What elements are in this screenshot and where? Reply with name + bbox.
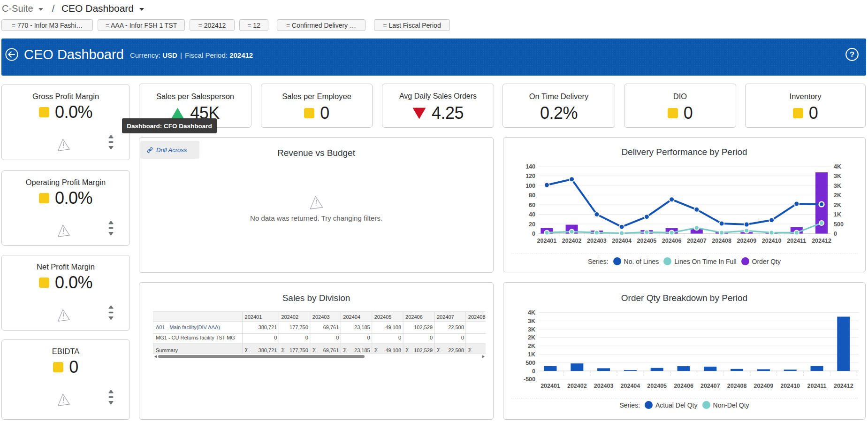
svg-text:102,529: 102,529 — [414, 347, 433, 353]
svg-text:202411: 202411 — [787, 238, 806, 244]
svg-text:Σ: Σ — [437, 347, 441, 354]
svg-text:202412: 202412 — [834, 383, 853, 389]
svg-text:202403: 202403 — [594, 383, 614, 389]
svg-text:3K: 3K — [834, 173, 841, 179]
svg-text:22,508: 22,508 — [448, 324, 464, 330]
svg-text:3K: 3K — [528, 318, 535, 324]
svg-text:202406: 202406 — [405, 314, 423, 320]
svg-text:202402: 202402 — [281, 314, 298, 320]
svg-text:20: 20 — [529, 221, 535, 228]
svg-text:0: 0 — [398, 335, 401, 340]
svg-text:3K: 3K — [528, 326, 535, 333]
svg-text:?: ? — [850, 50, 854, 59]
svg-text:202408: 202408 — [727, 383, 747, 389]
svg-text:4K: 4K — [834, 163, 841, 170]
svg-text:0: 0 — [461, 335, 464, 340]
svg-text:1K: 1K — [528, 351, 535, 358]
svg-text:202407: 202407 — [437, 314, 454, 320]
svg-text:4K: 4K — [528, 309, 535, 316]
svg-text:202407: 202407 — [700, 383, 720, 389]
svg-text:Σ: Σ — [468, 347, 472, 354]
svg-text:0: 0 — [532, 231, 535, 237]
svg-text:23,185: 23,185 — [354, 347, 370, 353]
svg-text:202407: 202407 — [687, 238, 707, 244]
svg-text:177,750: 177,750 — [289, 324, 308, 330]
svg-text:2K: 2K — [834, 202, 841, 208]
svg-text:202402: 202402 — [567, 383, 587, 389]
svg-text:0: 0 — [336, 335, 339, 340]
svg-text:140: 140 — [525, 163, 535, 170]
svg-text:0: 0 — [305, 335, 308, 340]
svg-text:23,185: 23,185 — [354, 324, 370, 330]
svg-text:2K: 2K — [834, 192, 841, 199]
svg-text:202409: 202409 — [737, 238, 756, 244]
svg-text:202410: 202410 — [780, 383, 800, 389]
svg-text:202409: 202409 — [754, 383, 774, 389]
svg-text:202401: 202401 — [245, 314, 262, 320]
svg-text:69,761: 69,761 — [323, 324, 339, 330]
svg-text:202406: 202406 — [674, 383, 693, 389]
svg-text:202403: 202403 — [312, 314, 330, 320]
svg-text:60: 60 — [529, 202, 535, 208]
svg-text:202412: 202412 — [812, 238, 831, 244]
svg-text:49,108: 49,108 — [385, 324, 401, 330]
svg-text:102,529: 102,529 — [414, 324, 433, 330]
svg-text:202406: 202406 — [662, 238, 682, 244]
svg-text:500: 500 — [834, 221, 844, 228]
svg-text:177,750: 177,750 — [289, 347, 308, 353]
svg-text:80: 80 — [529, 192, 535, 199]
svg-text:0: 0 — [430, 335, 433, 340]
svg-text:Σ: Σ — [343, 347, 347, 354]
svg-text:100: 100 — [525, 183, 535, 189]
svg-text:202404: 202404 — [621, 383, 640, 389]
svg-text:202401: 202401 — [541, 383, 560, 389]
svg-text:202408: 202408 — [712, 238, 731, 244]
svg-text:380,721: 380,721 — [259, 347, 277, 353]
svg-text:202411: 202411 — [807, 383, 826, 389]
svg-text:0: 0 — [274, 335, 277, 340]
svg-text:-500: -500 — [524, 376, 535, 383]
svg-text:MG1 - CU Returns facility TST: MG1 - CU Returns facility TST MG — [156, 335, 235, 340]
svg-text:202405: 202405 — [374, 314, 392, 320]
svg-text:0: 0 — [834, 231, 837, 237]
svg-text:Summary: Summary — [156, 347, 178, 353]
svg-text:1K: 1K — [834, 211, 841, 218]
svg-text:202404: 202404 — [612, 238, 632, 244]
svg-text:22,508: 22,508 — [448, 347, 464, 353]
svg-text:202405: 202405 — [637, 238, 657, 244]
svg-text:0: 0 — [532, 368, 535, 375]
svg-text:49,108: 49,108 — [385, 347, 401, 353]
svg-text:Σ: Σ — [374, 347, 378, 354]
svg-text:Σ: Σ — [312, 347, 316, 354]
svg-text:202404: 202404 — [343, 314, 360, 320]
svg-text:2K: 2K — [528, 343, 535, 349]
svg-text:0: 0 — [367, 335, 370, 340]
svg-text:500: 500 — [525, 360, 535, 366]
svg-text:69,761: 69,761 — [323, 347, 339, 353]
svg-text:40: 40 — [529, 211, 535, 218]
svg-text:Σ: Σ — [245, 347, 249, 354]
svg-text:3K: 3K — [834, 183, 841, 189]
svg-text:202402: 202402 — [562, 238, 582, 244]
svg-text:202403: 202403 — [587, 238, 607, 244]
svg-text:202408: 202408 — [468, 314, 486, 320]
svg-text:Σ: Σ — [405, 347, 409, 354]
svg-text:120: 120 — [525, 173, 535, 179]
svg-text:A01 - Main facility(DIV AAA): A01 - Main facility(DIV AAA) — [156, 324, 220, 330]
svg-text:202410: 202410 — [762, 238, 782, 244]
svg-text:380,721: 380,721 — [259, 324, 277, 330]
svg-text:2K: 2K — [528, 334, 535, 341]
svg-text:202401: 202401 — [537, 238, 557, 244]
svg-text:202405: 202405 — [647, 383, 667, 389]
svg-text:Σ: Σ — [281, 347, 285, 354]
